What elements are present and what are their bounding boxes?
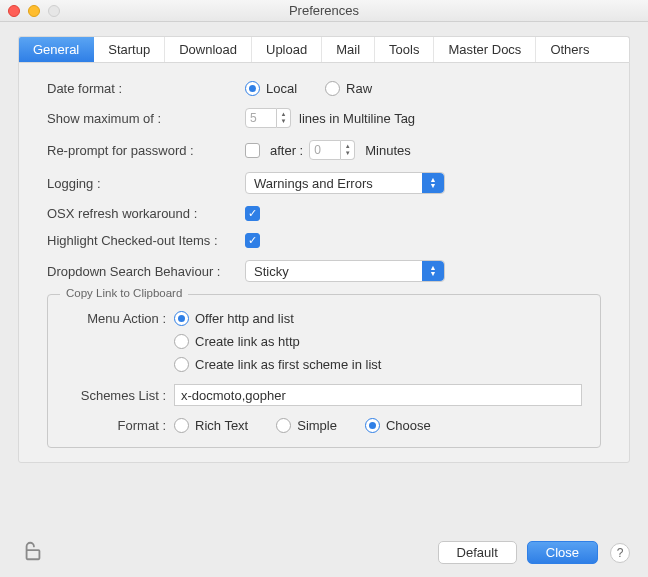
tab-startup[interactable]: Startup — [94, 37, 165, 62]
tab-bar: General Startup Download Upload Mail Too… — [18, 36, 630, 62]
minimize-icon[interactable] — [28, 5, 40, 17]
show-max-input[interactable] — [245, 108, 277, 128]
logging-select[interactable]: Warnings and Errors ▲▼ — [245, 172, 445, 194]
window-controls — [8, 5, 60, 17]
reprompt-unit: Minutes — [365, 143, 411, 158]
close-icon[interactable] — [8, 5, 20, 17]
tab-master-docs[interactable]: Master Docs — [434, 37, 536, 62]
radio-text: Local — [266, 81, 297, 96]
schemes-input[interactable] — [174, 384, 582, 406]
osx-refresh-label: OSX refresh workaround : — [47, 206, 245, 221]
radio-text: Create link as http — [195, 334, 300, 349]
radio-icon — [174, 357, 189, 372]
highlight-label: Highlight Checked-out Items : — [47, 233, 245, 248]
osx-refresh-checkbox[interactable] — [245, 206, 260, 221]
close-button[interactable]: Close — [527, 541, 598, 564]
show-max-stepper[interactable]: ▲▼ — [245, 108, 291, 128]
radio-icon — [174, 418, 189, 433]
dropdown-search-select[interactable]: Sticky ▲▼ — [245, 260, 445, 282]
format-rich[interactable]: Rich Text — [174, 418, 248, 433]
date-format-local[interactable]: Local — [245, 81, 297, 96]
radio-text: Create link as first scheme in list — [195, 357, 381, 372]
schemes-label: Schemes List : — [66, 388, 174, 403]
radio-icon — [174, 334, 189, 349]
reprompt-checkbox[interactable] — [245, 143, 260, 158]
date-format-label: Date format : — [47, 81, 245, 96]
date-format-raw[interactable]: Raw — [325, 81, 372, 96]
radio-text: Raw — [346, 81, 372, 96]
radio-icon — [174, 311, 189, 326]
tab-others[interactable]: Others — [536, 37, 603, 62]
radio-text: Simple — [297, 418, 337, 433]
copy-link-legend: Copy Link to Clipboard — [60, 287, 188, 299]
format-simple[interactable]: Simple — [276, 418, 337, 433]
radio-icon — [365, 418, 380, 433]
menu-action-option1[interactable]: Offer http and list — [174, 311, 294, 326]
radio-icon — [245, 81, 260, 96]
logging-value: Warnings and Errors — [254, 176, 373, 191]
reprompt-input[interactable] — [309, 140, 341, 160]
general-panel: Date format : Local Raw Show maximum of … — [18, 62, 630, 463]
dropdown-search-label: Dropdown Search Behaviour : — [47, 264, 245, 279]
titlebar: Preferences — [0, 0, 648, 22]
format-label: Format : — [66, 418, 174, 433]
chevron-updown-icon: ▲▼ — [422, 261, 444, 281]
reprompt-stepper[interactable]: ▲▼ — [309, 140, 355, 160]
tab-general[interactable]: General — [19, 37, 94, 62]
reprompt-after-label: after : — [270, 143, 303, 158]
radio-text: Choose — [386, 418, 431, 433]
radio-text: Offer http and list — [195, 311, 294, 326]
lock-open-icon[interactable] — [22, 540, 44, 565]
logging-label: Logging : — [47, 176, 245, 191]
radio-icon — [276, 418, 291, 433]
highlight-checkbox[interactable] — [245, 233, 260, 248]
window-title: Preferences — [289, 3, 359, 18]
help-button[interactable]: ? — [610, 543, 630, 563]
tab-upload[interactable]: Upload — [252, 37, 322, 62]
tab-tools[interactable]: Tools — [375, 37, 434, 62]
format-choose[interactable]: Choose — [365, 418, 431, 433]
tab-mail[interactable]: Mail — [322, 37, 375, 62]
chevron-updown-icon: ▲▼ — [422, 173, 444, 193]
dropdown-search-value: Sticky — [254, 264, 289, 279]
footer: Default Close ? — [18, 528, 630, 565]
menu-action-option2[interactable]: Create link as http — [174, 334, 300, 349]
tab-download[interactable]: Download — [165, 37, 252, 62]
default-button[interactable]: Default — [438, 541, 517, 564]
menu-action-label: Menu Action : — [66, 311, 174, 326]
show-max-suffix: lines in Multiline Tag — [299, 111, 415, 126]
radio-icon — [325, 81, 340, 96]
copy-link-fieldset: Copy Link to Clipboard Menu Action : Off… — [47, 294, 601, 448]
show-max-label: Show maximum of : — [47, 111, 245, 126]
stepper-arrows-icon[interactable]: ▲▼ — [341, 140, 355, 160]
radio-text: Rich Text — [195, 418, 248, 433]
reprompt-label: Re-prompt for password : — [47, 143, 245, 158]
svg-rect-0 — [27, 550, 40, 559]
zoom-icon — [48, 5, 60, 17]
menu-action-option3[interactable]: Create link as first scheme in list — [174, 357, 381, 372]
stepper-arrows-icon[interactable]: ▲▼ — [277, 108, 291, 128]
